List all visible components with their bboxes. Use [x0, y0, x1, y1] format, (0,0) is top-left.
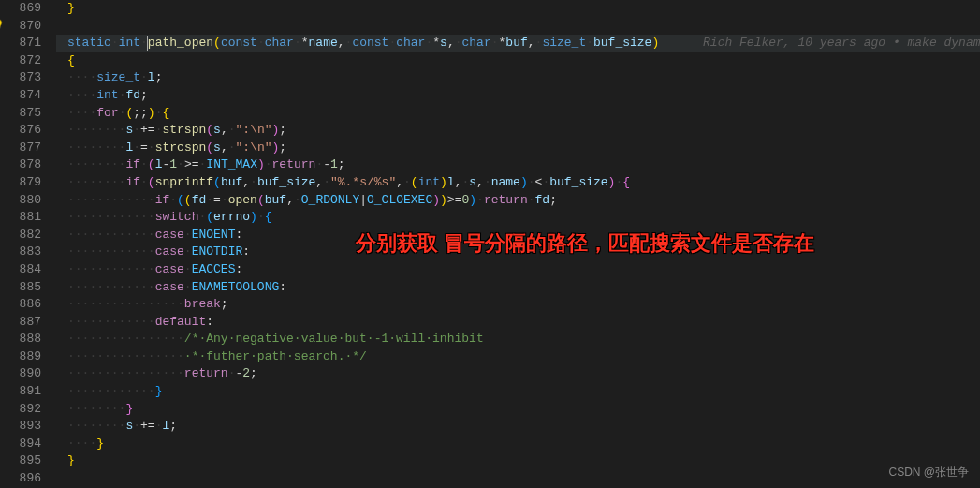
token-paren3: ): [469, 193, 476, 207]
token-type: char: [396, 36, 425, 50]
code-line[interactable]: ················return·-2;: [56, 365, 980, 383]
token-ws: ············: [67, 262, 155, 276]
token-op: +=: [140, 123, 155, 137]
line-number: 877: [0, 140, 41, 157]
token-type: char: [265, 36, 294, 50]
code-line[interactable]: ····size_t·l;: [56, 69, 980, 87]
code-line[interactable]: ····for·(;;)·{: [56, 105, 980, 123]
line-number: 875: [0, 105, 41, 123]
code-line[interactable]: }: [56, 452, 980, 470]
code-line[interactable]: ····int·fd;: [56, 87, 980, 105]
token-ws: ····: [67, 436, 96, 451]
token-op: ;: [221, 297, 228, 311]
annotation-overlay: 分别获取 冒号分隔的路径，匹配搜索文件是否存在: [356, 229, 814, 258]
token-ws: ·: [184, 228, 192, 242]
token-ws: ·: [403, 175, 411, 189]
token-var: buf: [221, 175, 242, 189]
token-op: ,: [242, 175, 250, 189]
code-line[interactable]: ········s·+=·l;: [56, 418, 980, 436]
code-line[interactable]: ·················*·futher·path·search.·*…: [56, 348, 980, 366]
token-cmt: /*·Any·negative·value·but·-1·will·inhibi…: [184, 332, 484, 346]
line-number: 895: [0, 452, 41, 470]
code-line[interactable]: }: [56, 0, 980, 18]
token-ws: ·: [148, 140, 155, 155]
token-ws: ·: [177, 157, 184, 171]
token-ws: ·: [528, 193, 535, 207]
code-line[interactable]: [56, 470, 980, 488]
token-op: >=: [447, 193, 462, 207]
token-const: O_RDONLY: [301, 193, 359, 207]
token-kw: static: [67, 36, 111, 50]
token-ws: ·: [586, 36, 593, 50]
code-line[interactable]: ················break;: [56, 296, 980, 314]
token-op: :: [279, 280, 286, 294]
code-line[interactable]: ················/*·Any·negative·value·bu…: [56, 331, 980, 348]
token-var: fd: [125, 88, 140, 102]
code-line[interactable]: ········s·+=·strspn(s,·":\n");: [56, 122, 980, 140]
line-number: 883: [0, 244, 41, 261]
token-var: buf_size: [257, 175, 315, 189]
token-op: ;: [279, 123, 286, 137]
token-num: 1: [330, 157, 338, 171]
token-var: buf_size: [549, 175, 607, 189]
token-op: ;: [279, 140, 286, 155]
token-op: ,: [396, 175, 403, 189]
token-paren2: (: [206, 140, 213, 155]
token-paren3: {: [265, 210, 272, 224]
watermark: CSDN @张世争: [888, 465, 969, 481]
code-line[interactable]: ········if·(snprintf(buf,·buf_size,·"%.*…: [56, 174, 980, 192]
token-ws: ················: [67, 297, 184, 311]
token-ws: ·: [484, 175, 491, 189]
token-op: *: [432, 36, 440, 50]
code-line[interactable]: ············default:: [56, 314, 980, 332]
token-ws: ·: [221, 193, 228, 207]
token-type: size_t: [96, 70, 140, 84]
token-ws: ········: [67, 175, 125, 189]
code-line[interactable]: ············case·EACCES:: [56, 261, 980, 279]
token-fn: strspn: [162, 123, 206, 137]
token-paren2: (: [148, 157, 155, 171]
code-line[interactable]: ············switch·(errno)·{: [56, 209, 980, 227]
token-ws: ················: [67, 349, 184, 363]
token-ws: ········: [67, 140, 125, 155]
token-ws: ·: [133, 140, 140, 155]
token-op: ;: [250, 366, 257, 380]
token-paren2: {: [622, 175, 630, 189]
token-op: |: [359, 193, 367, 207]
token-op: ,: [338, 36, 345, 50]
token-var: s: [469, 175, 476, 189]
token-paren3: ): [250, 210, 257, 224]
token-str: ":\n": [236, 140, 272, 155]
code-line[interactable]: ············case·ENAMETOOLONG:: [56, 279, 980, 297]
token-op: :: [242, 244, 250, 259]
token-ws: ····: [67, 106, 96, 120]
token-var: fd: [535, 193, 550, 207]
code-line[interactable]: static·int·path_open(const·char·*name,·c…: [56, 35, 980, 52]
token-kw: const: [221, 36, 257, 50]
line-number: 870💡: [0, 18, 41, 36]
token-ws: ·: [133, 419, 140, 433]
lightbulb-icon[interactable]: 💡: [0, 18, 5, 36]
code-line[interactable]: ········if·(l-1·>=·INT_MAX)·return·-1;: [56, 156, 980, 174]
token-paren3: ): [520, 175, 528, 189]
code-line[interactable]: ········}: [56, 401, 980, 419]
token-op: :: [206, 315, 213, 329]
code-line[interactable]: [56, 18, 980, 36]
token-paren: }: [67, 1, 75, 15]
token-op: ;: [155, 70, 163, 84]
token-ws: ····: [67, 70, 96, 84]
token-num: 2: [242, 366, 250, 380]
line-number: 872: [0, 52, 41, 70]
line-number: 871: [0, 35, 41, 52]
line-number: 885: [0, 279, 41, 297]
code-line[interactable]: ············}: [56, 383, 980, 401]
code-line[interactable]: ············if·((fd·=·open(buf,·O_RDONLY…: [56, 192, 980, 210]
code-line[interactable]: ········l·=·strcspn(s,·":\n");: [56, 140, 980, 157]
token-paren3: (: [213, 175, 221, 189]
token-fn: path_open: [148, 36, 213, 50]
token-var: name: [491, 175, 520, 189]
code-line[interactable]: ····}: [56, 436, 980, 453]
line-number: 888: [0, 331, 41, 348]
line-number: 891: [0, 383, 41, 401]
code-line[interactable]: {: [56, 52, 980, 70]
